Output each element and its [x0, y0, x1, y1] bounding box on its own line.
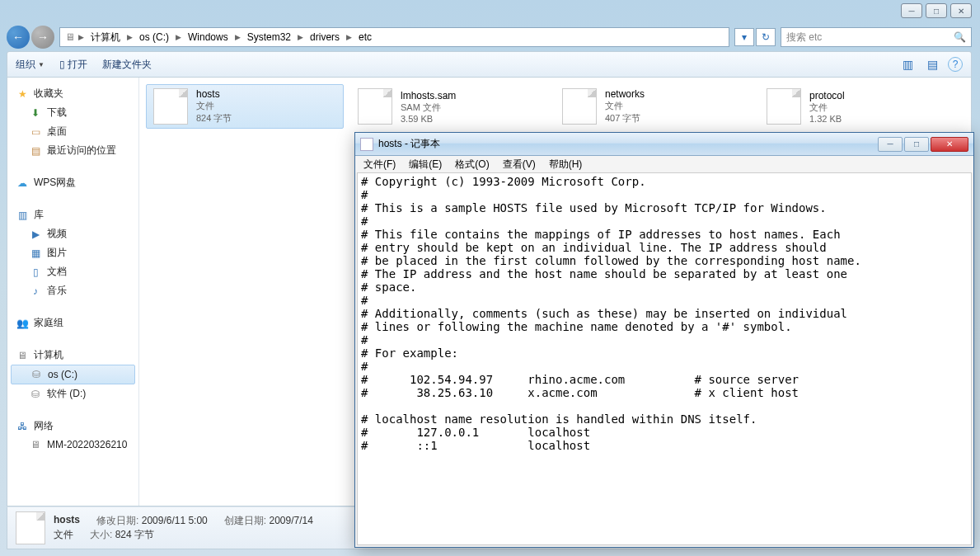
search-placeholder: 搜索 etc: [786, 31, 822, 45]
sidebar-videos[interactable]: ▶视频: [11, 224, 135, 243]
notepad-window[interactable]: hosts - 记事本 ─ □ ✕ 文件(F) 编辑(E) 格式(O) 查看(V…: [354, 132, 974, 548]
bc-windows[interactable]: Windows: [183, 31, 233, 43]
bc-etc[interactable]: etc: [354, 31, 377, 43]
file-size: 3.59 KB: [401, 114, 456, 124]
file-icon: [358, 88, 392, 125]
sidebar-network[interactable]: 🖧网络: [11, 417, 135, 436]
bc-computer[interactable]: 计算机: [86, 31, 125, 45]
minimize-button[interactable]: ─: [901, 3, 922, 18]
bc-drivers[interactable]: drivers: [305, 31, 345, 43]
menu-file[interactable]: 文件(F): [359, 157, 401, 172]
network-icon: 🖧: [16, 420, 29, 433]
file-type: 文件: [809, 101, 845, 114]
file-name: hosts: [196, 88, 232, 100]
back-button[interactable]: ←: [7, 26, 30, 49]
pc-icon: 🖥: [29, 438, 42, 451]
new-folder-button[interactable]: 新建文件夹: [102, 58, 152, 72]
menu-view[interactable]: 查看(V): [498, 157, 541, 172]
chevron-right-icon: ▶: [345, 33, 354, 41]
sidebar-desktop[interactable]: ▭桌面: [11, 122, 135, 141]
search-icon: 🔍: [954, 31, 966, 43]
forward-button[interactable]: →: [31, 26, 54, 49]
details-type: 文件: [54, 528, 73, 542]
video-icon: ▶: [29, 228, 42, 241]
file-icon: [16, 511, 45, 544]
toolbar: 组织 ▼ ▯ 打开 新建文件夹 ▥ ▤ ?: [7, 51, 972, 78]
notepad-icon: [360, 138, 373, 151]
organize-menu[interactable]: 组织 ▼: [16, 58, 45, 72]
details-name: hosts: [54, 514, 80, 528]
notepad-textarea[interactable]: # Copyright (c) 1993-2009 Microsoft Corp…: [357, 172, 972, 545]
sidebar-music[interactable]: ♪音乐: [11, 281, 135, 300]
file-type: 文件: [605, 100, 645, 112]
view-button[interactable]: ▥: [898, 55, 917, 73]
open-button[interactable]: ▯ 打开: [59, 58, 87, 72]
file-icon: [767, 88, 801, 125]
file-lmhosts[interactable]: lmhosts.sam SAM 文件 3.59 KB: [350, 84, 548, 129]
menu-format[interactable]: 格式(O): [450, 157, 494, 172]
refresh-button[interactable]: ↻: [756, 28, 776, 46]
file-icon: [562, 88, 597, 125]
sidebar-homegroup[interactable]: 👥家庭组: [11, 313, 135, 332]
bc-system32[interactable]: System32: [242, 31, 296, 43]
help-button[interactable]: ?: [948, 57, 963, 72]
file-protocol[interactable]: protocol 文件 1.32 KB: [759, 84, 957, 129]
details-created: 2009/7/14: [269, 515, 312, 526]
maximize-button[interactable]: □: [926, 3, 947, 18]
file-hosts[interactable]: hosts 文件 824 字节: [146, 84, 344, 129]
chevron-right-icon: ▶: [174, 33, 183, 41]
menu-help[interactable]: 帮助(H): [544, 157, 588, 172]
homegroup-icon: 👥: [16, 317, 29, 330]
bc-drive[interactable]: os (C:): [134, 31, 174, 43]
file-name: lmhosts.sam: [401, 90, 456, 101]
sidebar-downloads[interactable]: ⬇下载: [11, 103, 135, 122]
notepad-title: hosts - 记事本: [378, 137, 440, 151]
desktop-icon: ▭: [29, 125, 42, 139]
sidebar: ★收藏夹 ⬇下载 ▭桌面 ▤最近访问的位置 ☁WPS网盘 ▥库 ▶视频 ▦图片 …: [7, 78, 139, 506]
details-created-label: 创建日期:: [224, 515, 266, 526]
file-type: SAM 文件: [401, 101, 456, 114]
chevron-down-icon: ▼: [38, 61, 45, 68]
details-modified: 2009/6/11 5:00: [142, 515, 208, 526]
sidebar-documents[interactable]: ▯文档: [11, 262, 135, 281]
file-size: 407 字节: [605, 112, 645, 125]
notepad-minimize-button[interactable]: ─: [878, 137, 903, 152]
file-icon: [153, 88, 188, 125]
chevron-right-icon: ▶: [296, 33, 305, 41]
document-icon: ▯: [29, 266, 42, 279]
sidebar-drive-d[interactable]: ⛁软件 (D:): [11, 384, 135, 403]
details-modified-label: 修改日期:: [96, 515, 138, 526]
sidebar-drive-c[interactable]: ⛁os (C:): [11, 365, 135, 384]
file-networks[interactable]: networks 文件 407 字节: [555, 84, 753, 129]
recent-icon: ▤: [29, 144, 42, 158]
sidebar-network-pc[interactable]: 🖥MM-20220326210: [11, 436, 135, 454]
chevron-right-icon: ▶: [233, 33, 242, 41]
picture-icon: ▦: [29, 247, 42, 260]
preview-pane-button[interactable]: ▤: [923, 55, 941, 73]
breadcrumb[interactable]: 🖥 ▶ 计算机 ▶ os (C:) ▶ Windows ▶ System32 ▶…: [59, 27, 729, 47]
menu-edit[interactable]: 编辑(E): [404, 157, 447, 172]
sidebar-wps[interactable]: ☁WPS网盘: [11, 173, 135, 192]
sidebar-library[interactable]: ▥库: [11, 205, 135, 224]
file-name: protocol: [809, 90, 845, 101]
close-button[interactable]: ✕: [950, 3, 972, 18]
sidebar-computer[interactable]: 🖥计算机: [11, 346, 135, 365]
chevron-right-icon: ▶: [77, 33, 86, 41]
sidebar-favorites[interactable]: ★收藏夹: [11, 84, 135, 103]
drive-icon: ⛁: [29, 388, 42, 401]
file-name: networks: [605, 88, 645, 100]
library-icon: ▥: [16, 209, 29, 222]
search-input[interactable]: 搜索 etc 🔍: [781, 27, 972, 47]
chevron-right-icon: ▶: [125, 33, 134, 41]
file-type: 文件: [196, 100, 232, 112]
notepad-titlebar[interactable]: hosts - 记事本 ─ □ ✕: [355, 133, 973, 156]
music-icon: ♪: [29, 285, 42, 298]
computer-icon: 🖥: [16, 349, 29, 362]
dropdown-button[interactable]: ▾: [734, 28, 754, 46]
computer-icon: 🖥: [63, 31, 77, 44]
cloud-icon: ☁: [16, 177, 29, 190]
sidebar-recent[interactable]: ▤最近访问的位置: [11, 141, 135, 160]
notepad-close-button[interactable]: ✕: [931, 137, 968, 152]
sidebar-pictures[interactable]: ▦图片: [11, 243, 135, 262]
notepad-maximize-button[interactable]: □: [904, 137, 929, 152]
